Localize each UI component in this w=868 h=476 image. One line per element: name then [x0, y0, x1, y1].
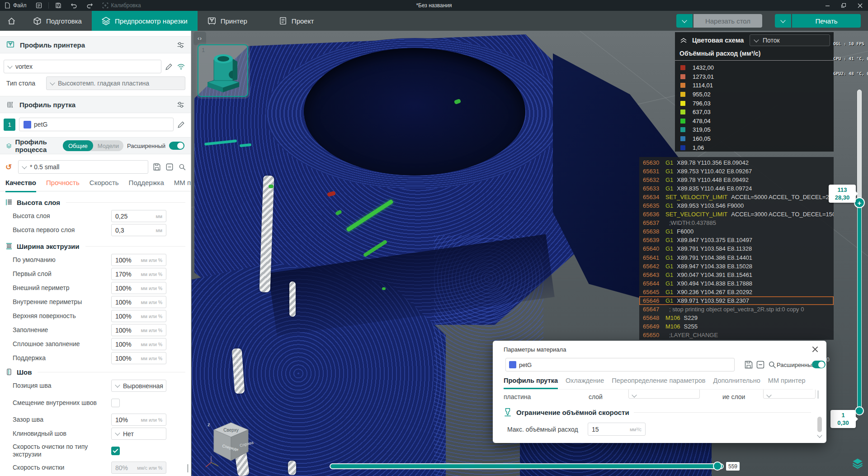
gcode-line[interactable]: 65641 G1 X89.791 Y104.386 E8.14401 — [639, 253, 834, 262]
search-icon[interactable] — [768, 360, 777, 369]
seam-position-select[interactable]: Выровненная — [111, 380, 166, 392]
sidebar-collapse-tab[interactable]: ‹› — [193, 32, 206, 45]
scope-global[interactable]: Общие — [63, 140, 93, 151]
edit-icon[interactable] — [165, 62, 173, 71]
gcode-line[interactable]: 65639 G1 X89.847 Y103.375 E8.10497 — [639, 236, 834, 244]
undo-button[interactable] — [66, 0, 82, 11]
stagger-seams-checkbox[interactable] — [111, 399, 120, 407]
param-input[interactable]: 170% мм или % — [111, 268, 166, 280]
param-input[interactable]: 100% мм или % — [111, 324, 166, 336]
filament-select[interactable]: petG — [19, 118, 174, 131]
legend-item[interactable]: 955,02 — [675, 90, 834, 99]
gcode-line[interactable]: 65633 G1 X89.835 Y110.446 E8.09724 — [639, 184, 834, 193]
gcode-line[interactable]: 65634 SET_VELOCITY_LIMIT ACCEL=5000 ACCE… — [639, 193, 834, 201]
scheme-select[interactable]: Поток — [750, 34, 830, 46]
dialog-tab[interactable]: Дополнительно — [713, 377, 760, 388]
dialog-advanced-toggle[interactable] — [812, 361, 826, 368]
legend-item[interactable]: 796,03 — [675, 99, 834, 108]
dialog-tab[interactable]: Переопределение параметров — [612, 377, 705, 388]
remove-icon[interactable] — [165, 163, 174, 171]
bed-type-select[interactable]: Высокотемп. гладкая пластина — [46, 76, 185, 90]
gcode-line[interactable]: 65640 G1 X89.791 Y103.584 E8.11328 — [639, 244, 834, 253]
layer-slider-bottom-handle[interactable] — [855, 406, 864, 415]
max-flow-input[interactable]: 15 мм³/с — [588, 423, 646, 436]
printer-profile-select[interactable]: vortex — [4, 60, 161, 73]
minimize-button[interactable] — [819, 0, 835, 11]
save-icon[interactable] — [153, 163, 161, 171]
layer-slider-track-upper[interactable] — [857, 90, 862, 203]
layer-slider-track-lower[interactable] — [857, 203, 862, 412]
gcode-line[interactable]: 65642 G1 X89.947 Y104.338 E8.15028 — [639, 262, 834, 271]
process-profile-select[interactable]: * 0.5 small — [18, 160, 148, 174]
move-slider-handle[interactable] — [713, 462, 722, 471]
param-input[interactable]: 100% мм или % — [111, 338, 166, 350]
home-tab[interactable] — [0, 11, 23, 31]
calibration-button[interactable]: Калибровка — [98, 0, 146, 11]
collapse-icon[interactable] — [679, 37, 688, 43]
search-icon[interactable] — [178, 163, 186, 171]
remove-icon[interactable] — [756, 360, 765, 369]
legend-item[interactable]: 319,05 — [675, 125, 834, 134]
gcode-line[interactable]: 65631 G1 X89.753 Y110.402 E8.09267 — [639, 167, 834, 176]
seam-gap-input[interactable]: 10% мм или % — [111, 414, 166, 426]
process-tab[interactable]: Поддержка — [129, 179, 164, 191]
slice-dropdown-button[interactable] — [676, 14, 693, 28]
tune-icon[interactable] — [177, 41, 184, 49]
legend-item[interactable]: 1114,01 — [675, 81, 834, 90]
process-tab[interactable]: Прочность — [46, 179, 80, 191]
scope-objects[interactable]: Модели — [93, 143, 123, 149]
sidebar-scroll-down[interactable] — [188, 464, 188, 472]
tab-preview[interactable]: Предпросмотр нарезки — [92, 11, 198, 31]
gcode-line[interactable]: 65635 G1 X89.953 Y103.546 F9000 — [639, 201, 834, 210]
tab-prepare[interactable]: Подготовка — [23, 11, 92, 31]
legend-item[interactable]: 637,03 — [675, 108, 834, 117]
wipe-speed-input[interactable]: 80% мм/с или % — [111, 462, 166, 474]
legend-item[interactable]: 1273,01 — [675, 72, 834, 81]
wifi-icon[interactable] — [177, 63, 185, 70]
scarf-seam-select[interactable]: Нет — [111, 428, 166, 440]
legend-item[interactable]: 1,06 — [675, 143, 834, 152]
process-tab[interactable]: Качество — [5, 179, 36, 191]
dialog-tab[interactable]: Охлаждение — [566, 377, 604, 388]
gcode-line[interactable]: 65647 ; stop printing object opel_vectra… — [639, 305, 834, 314]
param-input[interactable]: 100% мм или % — [111, 352, 166, 364]
wipe-by-type-checkbox[interactable] — [111, 447, 120, 455]
dialog-tab[interactable]: Профиль прутка — [504, 377, 558, 388]
navigation-cube[interactable]: z Сверху Спереди Справа — [203, 414, 255, 471]
gcode-line[interactable]: 65632 G1 X89.78 Y110.448 E8.09492 — [639, 176, 834, 184]
plate-thumbnail[interactable]: 1 — [198, 44, 248, 97]
scrollbar-thumb[interactable] — [817, 417, 822, 432]
gcode-line[interactable]: 65646 G1 X89.971 Y103.592 E8.2307 — [639, 296, 834, 305]
print-button[interactable]: Печать — [792, 14, 861, 28]
file-menu[interactable]: Файл — [0, 0, 31, 11]
legend-item[interactable]: 160,05 — [675, 134, 834, 143]
move-slider-track[interactable] — [330, 463, 724, 469]
param-input[interactable]: 0,25 мм — [111, 210, 166, 222]
gcode-line[interactable]: 65638 G1 F6000 — [639, 227, 834, 236]
dialog-scrollbar[interactable] — [816, 390, 823, 438]
process-tab[interactable]: ММ пр... — [174, 179, 191, 191]
gcode-line[interactable]: 65630 G1 X89.78 Y110.356 E8.09042 — [639, 158, 834, 167]
edit-icon[interactable] — [177, 120, 185, 129]
gcode-line[interactable]: 65645 G1 X90.236 Y104.267 E8.20292 — [639, 288, 834, 296]
tune-icon[interactable] — [177, 101, 184, 109]
gcode-line[interactable]: 65643 G1 X90.047 Y104.391 E8.15461 — [639, 271, 834, 279]
legend-item[interactable]: 1432,00 — [675, 63, 834, 72]
slice-button[interactable]: Нарезать стол — [693, 14, 762, 28]
filament-index-badge[interactable]: 1 — [4, 119, 15, 131]
tab-project[interactable]: Проект — [269, 11, 324, 31]
save-button[interactable] — [51, 0, 66, 11]
process-tab[interactable]: Скорость — [90, 179, 119, 191]
clipped-select[interactable] — [628, 390, 700, 399]
redo-button[interactable] — [82, 0, 98, 11]
param-input[interactable]: 0,3 мм — [111, 224, 166, 236]
dialog-tab[interactable]: ММ принтер — [768, 377, 806, 388]
param-input[interactable]: 100% мм или % — [111, 282, 166, 294]
tab-printer[interactable]: Принтер — [198, 11, 257, 31]
print-dropdown-button[interactable] — [775, 14, 791, 28]
save-icon[interactable] — [744, 360, 753, 369]
gcode-line[interactable]: 65637 ;WIDTH:0.437885 — [639, 219, 834, 227]
gcode-line[interactable]: 65650 ;LAYER_CHANGE — [639, 331, 834, 339]
advanced-toggle[interactable] — [169, 142, 184, 150]
param-input[interactable]: 100% мм или % — [111, 254, 166, 266]
